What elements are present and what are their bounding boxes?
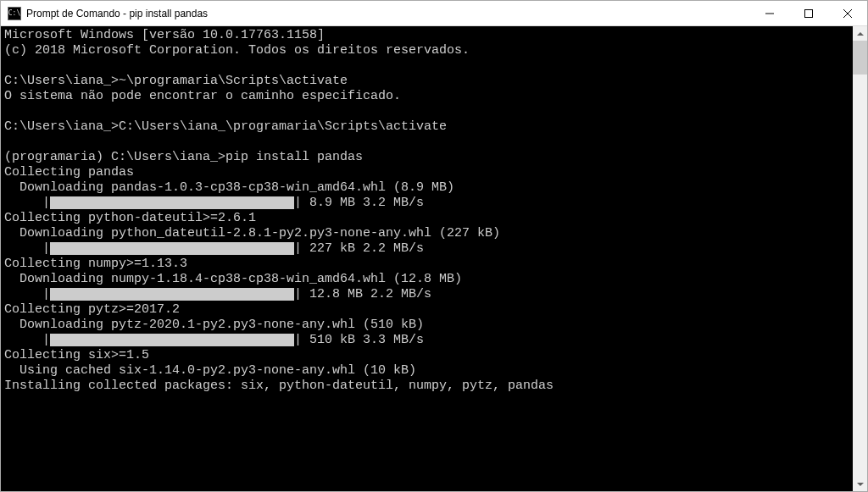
command-line: (programaria) C:\Users\iana_>pip install… (4, 150, 849, 165)
output-line: Downloading python_dateutil-2.8.1-py2.py… (4, 226, 849, 241)
blank-line (4, 135, 849, 150)
scroll-up-arrow[interactable] (853, 26, 867, 41)
output-line: Collecting numpy>=1.13.3 (4, 257, 849, 272)
output-line: Downloading pandas-1.0.3-cp38-cp38-win_a… (4, 180, 849, 196)
output-line: Collecting six>=1.5 (4, 348, 849, 363)
header-line: Microsoft Windows [versão 10.0.17763.115… (4, 28, 849, 43)
svg-marker-4 (857, 32, 864, 36)
svg-rect-1 (805, 9, 813, 17)
window-title: Prompt de Comando - pip install pandas (26, 8, 750, 19)
prompt: (programaria) C:\Users\iana_> (4, 150, 225, 164)
maximize-button[interactable] (789, 1, 828, 25)
svg-marker-5 (857, 483, 864, 486)
command-line: C:\Users\iana_>C:\Users\iana_\programari… (4, 119, 849, 135)
output-line: Collecting pandas (4, 165, 849, 180)
output-line: Downloading pytz-2020.1-py2.py3-none-any… (4, 318, 849, 333)
progress-line: || 8.9 MB 3.2 MB/s (4, 196, 849, 211)
command-line: C:\Users\iana_>~\programaria\Scripts\act… (4, 74, 849, 89)
prompt: C:\Users\iana_> (4, 74, 119, 88)
cmd-icon: C:\ (8, 7, 21, 20)
prompt: C:\Users\iana_> (4, 119, 119, 134)
progress-line: || 510 kB 3.3 MB/s (4, 333, 849, 348)
minimize-button[interactable] (750, 1, 789, 25)
output-line: Collecting python-dateutil>=2.6.1 (4, 211, 849, 226)
console-output[interactable]: Microsoft Windows [versão 10.0.17763.115… (1, 26, 853, 491)
console-body: Microsoft Windows [versão 10.0.17763.115… (1, 26, 867, 491)
output-line: Installing collected packages: six, pyth… (4, 379, 849, 394)
header-line: (c) 2018 Microsoft Corporation. Todos os… (4, 43, 849, 58)
scroll-down-arrow[interactable] (853, 477, 867, 491)
output-line: Using cached six-1.14.0-py2.py3-none-any… (4, 363, 849, 379)
blank-line (4, 104, 849, 119)
command-text: pip install pandas (225, 150, 363, 164)
progress-bar-fill (50, 242, 294, 255)
output-line: Downloading numpy-1.18.4-cp38-cp38-win_a… (4, 272, 849, 287)
blank-line (4, 58, 849, 74)
titlebar[interactable]: C:\ Prompt de Comando - pip install pand… (1, 1, 867, 26)
progress-bar-fill (50, 196, 294, 209)
command-prompt-window: C:\ Prompt de Comando - pip install pand… (0, 0, 868, 492)
command-text: C:\Users\iana_\programaria\Scripts\activ… (119, 119, 447, 134)
output-line: Collecting pytz>=2017.2 (4, 302, 849, 318)
window-controls (750, 1, 867, 25)
progress-bar-fill (50, 334, 294, 346)
command-text: ~\programaria\Scripts\activate (119, 74, 348, 88)
error-line: O sistema não pode encontrar o caminho e… (4, 89, 849, 104)
vertical-scrollbar[interactable] (853, 26, 867, 491)
scroll-thumb[interactable] (853, 41, 867, 75)
progress-line: || 12.8 MB 2.2 MB/s (4, 287, 849, 302)
progress-bar-fill (50, 288, 294, 301)
progress-line: || 227 kB 2.2 MB/s (4, 241, 849, 257)
scroll-track[interactable] (853, 41, 867, 477)
close-button[interactable] (828, 1, 867, 25)
